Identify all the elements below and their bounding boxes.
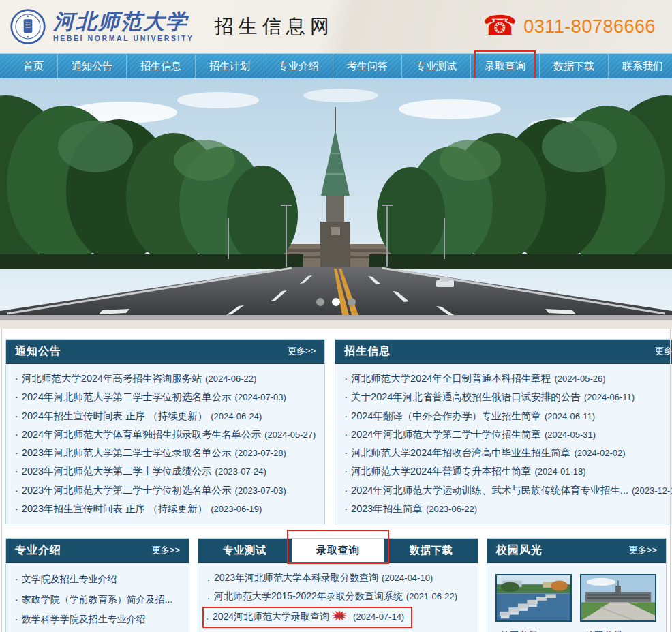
- campus-photos: 校园美景（一）: [487, 563, 666, 632]
- page-title: 招生信息网: [215, 14, 334, 40]
- admission-list-item[interactable]: 河北师范大学2024年招收台湾高中毕业生招生简章(2024-02-02): [344, 444, 672, 462]
- major-list-item[interactable]: 家政学院（学前教育系）简介及招...: [15, 589, 180, 610]
- admission-list-item[interactable]: 关于2024年河北省普通高校招生俄语口试安排的公告(2024-06-11): [344, 388, 672, 406]
- query-date: (2024-04-10): [382, 573, 433, 583]
- nav-item[interactable]: 招生信息: [127, 54, 196, 79]
- query-list-item[interactable]: 河北师范大学2015-2022年录取分数查询系统(2021-06-22): [207, 587, 469, 605]
- query-tab[interactable]: 专业测试: [198, 539, 292, 562]
- notice-date: (2023-07-03): [235, 485, 286, 496]
- query-title: 河北师范大学2015-2022年录取分数查询系统: [214, 590, 403, 601]
- campus-photo-1: 校园美景（一）: [495, 574, 572, 632]
- nav-item-label: 招生计划: [209, 60, 250, 72]
- query-list-item[interactable]: 2023年河北师范大学本科录取分数查询(2024-04-10): [207, 569, 469, 587]
- admission-list-item[interactable]: 2023年招生简章(2023-06-22): [344, 500, 672, 518]
- carousel-dot[interactable]: [348, 298, 356, 306]
- admission-title: 关于2024年河北省普通高校招生俄语口试安排的公告: [351, 391, 581, 402]
- notice-list-item[interactable]: 2023年招生宣传时间表 正序 （持续更新）(2023-06-19): [15, 500, 316, 518]
- nav-item[interactable]: 专业介绍: [264, 54, 333, 79]
- nav-item[interactable]: 录取查询: [471, 54, 540, 79]
- major-list-item[interactable]: 数学科学学院及招生专业介绍: [15, 609, 180, 629]
- university-name-en: HEBEI NORMAL UNIVERSITY: [53, 35, 194, 42]
- carousel-dot[interactable]: [332, 298, 340, 306]
- new-burst-icon: new: [331, 610, 348, 622]
- notice-list-item[interactable]: 2023年河北师范大学第二学士学位成绩公示(2023-07-24): [15, 462, 316, 481]
- notices-more-link[interactable]: 更多>>: [288, 345, 316, 357]
- notice-list-item[interactable]: 2024年河北师范大学第二学士学位初选名单公示(2024-07-03): [15, 388, 316, 406]
- nav-item-label: 录取查询: [485, 60, 525, 72]
- notice-title: 2023年河北师范大学第二学士学位录取名单公示: [22, 447, 232, 458]
- admission-list-item[interactable]: 2024年翻译（中外合作办学）专业招生简章(2024-06-11): [344, 407, 672, 425]
- notice-date: (2024-05-27): [264, 430, 316, 440]
- notice-title: 2023年河北师范大学第二学士学位成绩公示: [22, 466, 212, 477]
- nav-item[interactable]: 数据下载: [540, 54, 609, 79]
- nav-item-label: 通知公告: [72, 60, 112, 72]
- query-list: 2023年河北师范大学本科录取分数查询(2024-04-10)河北师范大学201…: [198, 563, 478, 632]
- admission-list-item[interactable]: 河北师范大学2024年全日制普通本科招生章程(2024-05-26): [344, 370, 672, 388]
- divider-strip: [0, 315, 672, 320]
- nav-item-label: 联系我们: [622, 60, 663, 72]
- query-title: 2024河北师范大学录取查询: [213, 611, 329, 622]
- notice-list-item[interactable]: 2024年河北师范大学体育单独招生拟录取考生名单公示(2024-05-27): [15, 425, 316, 444]
- notice-date: (2023-07-24): [215, 466, 266, 477]
- query-list-item[interactable]: 2024河北师范大学录取查询new(2024-07-14): [202, 607, 412, 628]
- query-tabbar: 专业测试录取查询数据下载: [198, 539, 478, 563]
- admission-info-list: 河北师范大学2024年全日制普通本科招生章程(2024-05-26)关于2024…: [335, 364, 672, 524]
- nav-item[interactable]: 考生问答: [333, 54, 402, 79]
- campus-photo-1-image[interactable]: [495, 574, 572, 622]
- university-logo[interactable]: 河北师范大学 HEBEI NORMAL UNIVERSITY: [10, 8, 194, 45]
- majors-list: 文学院及招生专业介绍家政学院（学前教育系）简介及招...数学科学学院及招生专业介…: [6, 563, 189, 632]
- nav-item-label: 考生问答: [347, 60, 388, 72]
- nav-item[interactable]: 招生计划: [196, 54, 264, 79]
- nav-item-label: 专业测试: [416, 60, 457, 72]
- admission-title: 河北师范大学2024年全日制普通本科招生章程: [351, 373, 551, 384]
- admission-title: 2024年河北师范大学第二学士学位招生简章: [351, 429, 541, 440]
- notice-date: (2024-07-03): [235, 392, 286, 402]
- query-tab-label: 专业测试: [223, 544, 266, 557]
- notice-list-item[interactable]: 河北师范大学2024年高考招生咨询服务站(2024-06-22): [15, 370, 316, 388]
- admission-info-header: 招生信息 更多>>: [335, 340, 672, 364]
- notice-title: 2024年河北师范大学体育单独招生拟录取考生名单公示: [22, 429, 261, 440]
- major-title: 数学科学学院及招生专业介绍: [22, 614, 146, 625]
- notice-list-item[interactable]: 2024年招生宣传时间表 正序 （持续更新）(2024-06-24): [15, 407, 316, 425]
- campus-panel: 校园风光 更多>>: [487, 538, 667, 632]
- nav-list: 首页通知公告招生信息招生计划专业介绍考生问答专业测试录取查询数据下载联系我们教务…: [0, 54, 672, 79]
- admission-date: (2023-12-18): [632, 485, 672, 496]
- nav-item[interactable]: 通知公告: [58, 54, 127, 79]
- admission-date: (2024-01-18): [534, 466, 585, 477]
- admission-info-more-link[interactable]: 更多>>: [655, 345, 672, 357]
- campus-hero-image: [0, 78, 672, 315]
- university-name-cn: 河北师范大学: [53, 11, 194, 33]
- notice-list-item[interactable]: 2023年河北师范大学第二学士学位录取名单公示(2023-07-28): [15, 444, 316, 462]
- nav-item[interactable]: 联系我们: [609, 54, 672, 79]
- admission-list-item[interactable]: 2024年河北师范大学运动训练、武术与民族传统体育专业招生...(2023-12…: [344, 481, 672, 500]
- major-list-item[interactable]: 文学院及招生专业介绍: [15, 569, 180, 589]
- notices-panel: 通知公告 更多>> 河北师范大学2024年高考招生咨询服务站(2024-06-2…: [5, 339, 325, 524]
- query-title: 2023年河北师范大学本科录取分数查询: [214, 572, 378, 583]
- notices-header: 通知公告 更多>>: [6, 340, 324, 364]
- notice-date: (2023-07-28): [235, 448, 286, 458]
- nav-item[interactable]: 专业测试: [402, 54, 471, 79]
- query-tab[interactable]: 数据下载: [384, 539, 478, 562]
- campus-photo-2-image[interactable]: [580, 574, 656, 622]
- query-date: (2024-07-14): [353, 612, 404, 622]
- admission-list-item[interactable]: 河北师范大学2024年普通专升本招生简章(2024-01-18): [344, 462, 672, 481]
- majors-more-link[interactable]: 更多>>: [152, 544, 180, 556]
- notice-list-item[interactable]: 2023年河北师范大学第二学士学位初选名单公示(2023-07-03): [15, 481, 316, 500]
- carousel-dot[interactable]: [316, 298, 324, 306]
- campus-more-link[interactable]: 更多>>: [629, 544, 657, 556]
- major-title: 文学院及招生专业介绍: [22, 573, 117, 584]
- query-tab[interactable]: 录取查询: [292, 539, 385, 562]
- query-tab-label: 数据下载: [410, 544, 453, 557]
- major-title: 家政学院（学前教育系）简介及招...: [22, 594, 173, 605]
- admission-date: (2024-06-11): [584, 392, 635, 402]
- nav-item[interactable]: 首页: [10, 54, 58, 79]
- query-list-item[interactable]: 2023河北师范大学录取查询(2023-07-14): [207, 629, 469, 632]
- notice-title: 2023年河北师范大学第二学士学位初选名单公示: [22, 485, 232, 496]
- query-tab-label: 录取查询: [316, 544, 360, 557]
- nav-item-label: 数据下载: [553, 60, 594, 72]
- major-list-item[interactable]: 生命科学学院专业介绍: [15, 629, 180, 632]
- admission-title: 2024年翻译（中外合作办学）专业招生简章: [351, 410, 541, 421]
- admission-list-item[interactable]: 2024年河北师范大学第二学士学位招生简章(2024-05-31): [344, 425, 672, 444]
- admission-date: (2023-06-22): [426, 504, 477, 514]
- phone-number: 0311-80786666: [523, 16, 656, 37]
